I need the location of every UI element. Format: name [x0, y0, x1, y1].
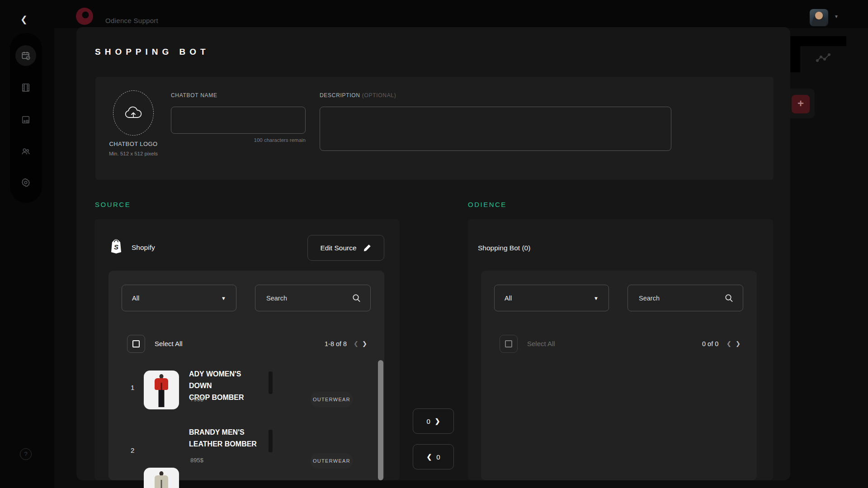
chatbot-logo-label: CHATBOT LOGO [94, 141, 173, 147]
calendar-check-icon [21, 51, 31, 61]
product-thumbnail[interactable] [144, 468, 179, 488]
product-title: BRANDY MEN'S LEATHER BOMBER [189, 427, 264, 450]
shopping-bot-page: ❮ Odience Support ▼ [0, 0, 868, 488]
product-price: 895$ [190, 457, 203, 464]
source-search-input[interactable] [265, 294, 352, 302]
product-tag-badge: OUTERWEAR [310, 453, 353, 469]
chatbot-name-input[interactable] [171, 107, 306, 134]
product-tag-badge: OUTERWEAR [310, 392, 353, 407]
odience-search-box [627, 285, 743, 311]
move-left-button[interactable]: ❮ 0 [413, 444, 454, 469]
odience-prev-page-icon[interactable]: ❮ [726, 340, 731, 347]
background-block [790, 46, 800, 72]
chevron-left-icon: ❮ [426, 453, 432, 460]
source-section-header: SOURCE [95, 201, 131, 208]
title-scrollbar [269, 430, 273, 452]
line-chart-icon [816, 52, 831, 66]
move-right-button[interactable]: 0 ❯ [413, 408, 454, 434]
product-thumbnail[interactable] [144, 371, 179, 409]
odience-select-all-checkbox[interactable] [500, 335, 518, 353]
source-prev-page-icon[interactable]: ❮ [354, 340, 359, 347]
checkbox-mark [505, 340, 512, 347]
odience-pagination-label: 0 of 0 [702, 340, 718, 347]
odience-category-dropdown[interactable]: All ▼ [494, 285, 609, 311]
sidebar-item-devices[interactable] [15, 109, 36, 130]
source-list-scrollbar[interactable] [378, 360, 383, 480]
odience-section-header: ODIENCE [468, 201, 507, 208]
chatbot-logo-upload[interactable] [113, 90, 154, 136]
product-title-line1: BRANDY MEN'S [189, 427, 264, 438]
source-provider-label: Shopify [132, 244, 155, 252]
description-textarea[interactable] [320, 107, 671, 151]
source-pagination-label: 1-8 of 8 [325, 340, 347, 347]
source-select-all-label: Select All [155, 340, 183, 347]
shopify-icon: S [109, 239, 123, 256]
brand-logo-icon [76, 8, 94, 25]
source-search-box [255, 285, 371, 311]
product-title-line1: ADY WOMEN'S DOWN [189, 368, 264, 392]
help-icon[interactable]: ? [20, 448, 32, 460]
chatbot-name-label: CHATBOT NAME [171, 92, 217, 99]
avatar-menu-caret-icon[interactable]: ▼ [834, 14, 839, 19]
checkbox-mark [132, 340, 140, 347]
move-left-count: 0 [436, 453, 440, 461]
cloud-upload-icon [123, 104, 144, 122]
description-optional-text: (OPTIONAL) [362, 92, 396, 99]
sidebar-item-events[interactable] [15, 45, 36, 66]
source-select-all-checkbox[interactable] [127, 335, 145, 353]
product-index: 1 [131, 384, 134, 391]
film-icon [21, 83, 31, 93]
description-label-text: DESCRIPTION [320, 92, 360, 99]
page-title: SHOPPING BOT [95, 47, 210, 57]
product-price: 795$ [190, 396, 203, 403]
product-index: 2 [131, 446, 134, 454]
svg-text:S: S [114, 243, 118, 251]
source-category-dropdown[interactable]: All ▼ [122, 285, 236, 311]
move-right-count: 0 [426, 418, 430, 425]
sidebar-item-users[interactable] [15, 141, 36, 162]
title-scrollbar [269, 371, 273, 394]
chevron-down-icon: ▼ [594, 296, 599, 301]
odience-category-value: All [505, 295, 512, 302]
edit-source-label: Edit Source [320, 244, 356, 252]
sidebar-item-media[interactable] [15, 77, 36, 98]
app-title: Odience Support [105, 17, 158, 24]
search-icon[interactable] [352, 293, 361, 303]
gear-icon [21, 178, 31, 188]
source-category-value: All [132, 295, 139, 302]
chevron-down-icon: ▼ [221, 296, 226, 301]
back-chevron-icon[interactable]: ❮ [18, 14, 30, 25]
add-button[interactable]: + [792, 95, 810, 113]
chatbot-logo-hint: Min. 512 x 512 pixels [94, 151, 173, 156]
product-title-line2: LEATHER BOMBER [189, 438, 264, 450]
description-label: DESCRIPTION (OPTIONAL) [320, 92, 396, 99]
device-icon [21, 115, 31, 125]
characters-remain-hint: 100 characters remain [171, 137, 306, 143]
search-icon[interactable] [724, 293, 734, 303]
odience-next-page-icon[interactable]: ❯ [736, 340, 741, 347]
edit-source-button[interactable]: Edit Source [307, 235, 384, 261]
odience-search-input[interactable] [638, 294, 724, 302]
odience-list-title: Shopping Bot (0) [478, 244, 530, 252]
users-icon [21, 146, 31, 156]
avatar[interactable] [810, 9, 828, 26]
sidebar-item-settings[interactable] [15, 172, 36, 193]
chevron-right-icon: ❯ [435, 418, 440, 425]
pencil-icon [363, 244, 372, 252]
odience-select-all-label: Select All [527, 340, 555, 347]
background-block [790, 36, 846, 46]
source-next-page-icon[interactable]: ❯ [362, 340, 367, 347]
